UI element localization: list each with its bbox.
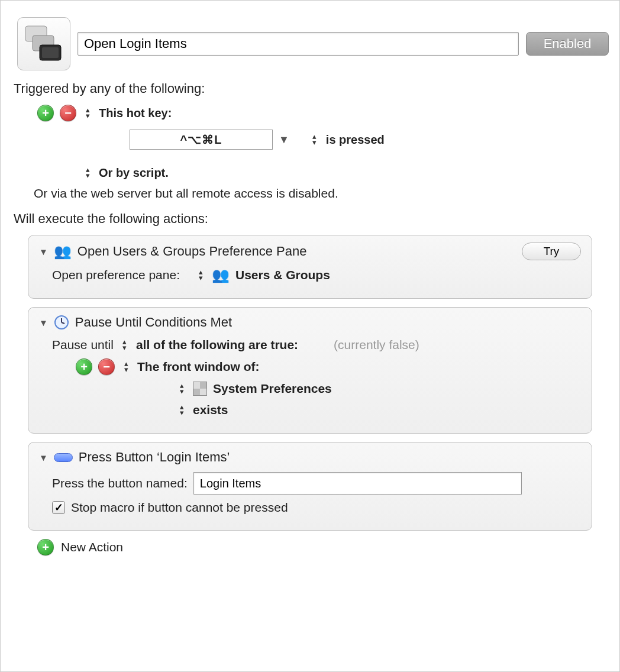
trigger-or-script-label: Or by script. <box>99 166 169 180</box>
pane-select-stepper[interactable] <box>195 267 206 283</box>
disclosure-triangle[interactable]: ▼ <box>39 247 48 257</box>
triggers-heading: Triggered by any of the following: <box>14 81 606 96</box>
condition-mode-stepper[interactable] <box>120 337 130 353</box>
condition-status: (currently false) <box>334 338 419 352</box>
clock-icon <box>54 315 69 330</box>
hotkey-input[interactable]: ^⌥⌘L <box>130 130 273 150</box>
hotkey-config-row: ^⌥⌘L ▼ is pressed <box>130 130 609 150</box>
trigger-row-script: Or by script. <box>82 165 609 180</box>
disclosure-triangle[interactable]: ▼ <box>39 453 48 463</box>
new-action-row[interactable]: + New Action <box>37 539 609 555</box>
add-trigger-button[interactable]: + <box>37 105 54 121</box>
condition-front-window-label: The front window of: <box>137 360 259 374</box>
disclosure-triangle[interactable]: ▼ <box>39 318 48 328</box>
condition-type-stepper[interactable] <box>121 359 131 374</box>
users-groups-icon: 👥 <box>54 244 72 259</box>
remote-access-note: Or via the web server but all remote acc… <box>34 186 609 201</box>
remove-trigger-button[interactable]: − <box>60 105 76 121</box>
app-name-value: System Preferences <box>213 382 332 396</box>
action-press-button[interactable]: ▼ Press Button ‘Login Items’ Press the b… <box>28 442 592 531</box>
macro-icon <box>17 17 70 70</box>
script-trigger-stepper[interactable] <box>82 165 93 180</box>
hotkey-is-pressed-label: is pressed <box>326 133 385 147</box>
users-groups-icon: 👥 <box>212 268 230 282</box>
hotkey-mode-stepper[interactable] <box>309 132 320 147</box>
svg-rect-3 <box>42 47 59 58</box>
pause-until-label: Pause until <box>52 338 114 352</box>
trigger-hotkey-label: This hot key: <box>99 106 172 120</box>
keyboard-stack-icon <box>22 22 65 65</box>
action-title: Pause Until Conditions Met <box>75 315 581 330</box>
app-select-stepper[interactable] <box>176 381 187 396</box>
actions-heading: Will execute the following actions: <box>14 211 606 227</box>
button-icon <box>54 453 73 462</box>
add-action-button[interactable]: + <box>37 539 54 555</box>
trigger-type-stepper[interactable] <box>82 105 93 121</box>
press-button-named-label: Press the button named: <box>52 476 188 490</box>
pane-name-value: Users & Groups <box>235 268 330 282</box>
predicate-label: exists <box>193 403 228 417</box>
add-condition-button[interactable]: + <box>76 358 92 375</box>
new-action-label: New Action <box>61 540 123 554</box>
action-title: Press Button ‘Login Items’ <box>79 450 581 465</box>
open-pane-label: Open preference pane: <box>52 268 180 282</box>
action-pause-until[interactable]: ▼ Pause Until Conditions Met Pause until… <box>28 307 592 434</box>
action-open-pref-pane[interactable]: ▼ 👥 Open Users & Groups Preference Pane … <box>28 235 592 299</box>
remove-condition-button[interactable]: − <box>98 358 115 375</box>
predicate-stepper[interactable] <box>176 402 187 418</box>
hotkey-dropdown[interactable]: ▼ <box>279 134 289 146</box>
try-button[interactable]: Try <box>522 243 581 260</box>
stop-macro-label: Stop macro if button cannot be pressed <box>71 500 288 515</box>
condition-mode-label: all of the following are true: <box>136 338 298 352</box>
header-row: Enabled <box>17 17 609 70</box>
stop-macro-checkbox[interactable] <box>52 501 65 514</box>
system-preferences-icon <box>193 382 207 396</box>
enabled-toggle-button[interactable]: Enabled <box>526 32 609 56</box>
action-title: Open Users & Groups Preference Pane <box>78 244 516 259</box>
trigger-row-hotkey: + − This hot key: <box>37 105 609 121</box>
button-name-input[interactable] <box>193 472 522 495</box>
macro-name-input[interactable] <box>78 32 519 56</box>
